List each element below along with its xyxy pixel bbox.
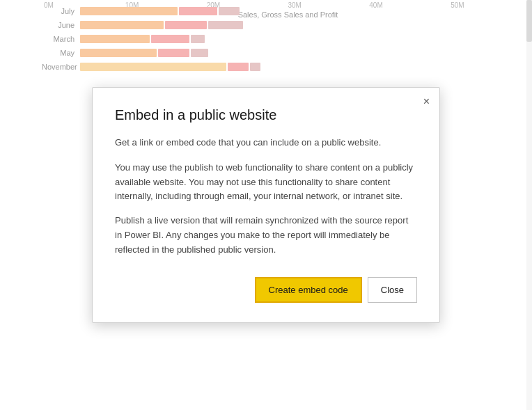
modal-title: Embed in a public website: [115, 107, 417, 123]
modal-body-text-1: You may use the publish to web functiona…: [115, 161, 417, 204]
close-button[interactable]: Close: [368, 277, 417, 303]
create-embed-code-button[interactable]: Create embed code: [255, 277, 362, 303]
modal-footer: Create embed code Close: [115, 277, 417, 303]
modal-dialog: × Embed in a public website Get a link o…: [92, 87, 440, 322]
modal-close-button[interactable]: ×: [423, 96, 430, 107]
modal-overlay: × Embed in a public website Get a link o…: [0, 0, 532, 410]
modal-body-text-2: Publish a live version that will remain …: [115, 214, 417, 257]
modal-subtitle: Get a link or embed code that you can in…: [115, 136, 417, 150]
